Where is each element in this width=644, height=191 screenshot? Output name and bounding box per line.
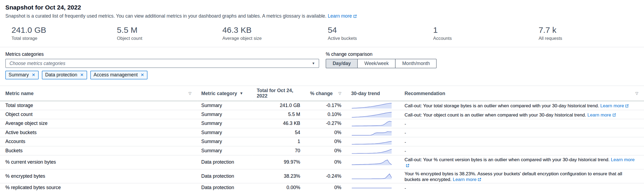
metric-category-cell: Summary (197, 137, 253, 146)
metric-name-cell: Buckets (0, 146, 197, 155)
metric-name-cell: % replicated bytes source (0, 183, 197, 191)
metric-change-cell: -0.27% (306, 119, 347, 128)
recommendation-cell: Call-out: Your object count is an outlie… (400, 110, 644, 119)
recommendation-text: - (405, 148, 406, 153)
token-label: Data protection (45, 72, 77, 78)
comparison-segmented-control: Day/dayWeek/weekMonth/month (326, 59, 437, 68)
metric-total-cell: 0.00% (252, 183, 306, 191)
recommendation-text: - (405, 185, 406, 190)
metrics-table: Metric name ▽ Metric category ▼ Total fo… (0, 86, 644, 191)
recommendation-learn-more-link[interactable]: Learn more (453, 177, 481, 182)
metrics-categories-select[interactable]: Choose metrics categories ▼ (5, 59, 319, 68)
filter-bar: Metrics categories Choose metrics catego… (0, 47, 644, 79)
table-header-row: Metric name ▽ Metric category ▼ Total fo… (0, 86, 644, 101)
metric-name-cell: Accounts (0, 137, 197, 146)
external-link-icon (406, 163, 410, 167)
table-row: BucketsSummary700%- (0, 146, 644, 155)
metric-name-cell: Active buckets (0, 128, 197, 137)
metric-category-cell: Summary (197, 110, 253, 119)
trend-sparkline (351, 147, 392, 154)
trend-cell (347, 101, 400, 110)
recommendation-learn-more-link[interactable]: Learn more (600, 103, 629, 108)
recommendation-text: Call-out: Your total storage bytes is an… (405, 103, 599, 108)
stat-all-requests: 7.7 kAll requests (538, 25, 644, 41)
recommendation-learn-more-link[interactable]: Learn more (587, 112, 616, 117)
table-row: % replicated bytes sourceData protection… (0, 183, 644, 191)
sort-descending-icon[interactable]: ▼ (239, 91, 243, 96)
filter-icon[interactable]: ▽ (339, 91, 341, 96)
trend-sparkline (351, 138, 392, 145)
token-remove-icon[interactable]: ✕ (80, 72, 84, 78)
metric-category-cell: Summary (197, 119, 253, 128)
table-row: Object countSummary5.5 M0.10%Call-out: Y… (0, 110, 644, 119)
metric-category-cell: Summary (197, 101, 253, 110)
trend-cell (347, 155, 400, 169)
column-header-change[interactable]: % change (310, 91, 333, 96)
metric-total-cell: 46.3 KB (252, 119, 306, 128)
change-comparison-label: % change comparison (326, 51, 437, 57)
metric-change-cell: 0% (306, 146, 347, 155)
change-comparison: % change comparison Day/dayWeek/weekMont… (326, 51, 437, 68)
token-label: Access management (94, 72, 138, 78)
token-remove-icon[interactable]: ✕ (32, 72, 35, 78)
table-row: % encrypted bytesData protection38.23%-0… (0, 169, 644, 183)
stat-label: Accounts (433, 36, 539, 41)
metric-category-cell: Data protection (197, 183, 253, 191)
column-header-recommendation[interactable]: Recommendation (405, 91, 445, 96)
trend-sparkline (351, 129, 392, 136)
table-row: % current version bytesData protection99… (0, 155, 644, 169)
external-link-icon (353, 14, 357, 18)
metric-name-cell: Average object size (0, 119, 197, 128)
metric-name-cell: Total storage (0, 101, 197, 110)
trend-sparkline (351, 102, 392, 109)
filter-tokens: Summary✕Data protection✕Access managemen… (5, 71, 319, 79)
recommendation-text: - (405, 130, 406, 135)
filter-icon[interactable]: ▽ (635, 91, 638, 96)
recommendation-cell: - (400, 119, 644, 128)
stats-row: 241.0 GBTotal storage5.5 MObject count46… (0, 19, 644, 47)
recommendation-cell: - (400, 137, 644, 146)
recommendation-cell: Call-out: Your % current version bytes i… (400, 155, 644, 169)
metric-total-cell: 54 (252, 128, 306, 137)
token-label: Summary (9, 72, 29, 78)
trend-cell (347, 128, 400, 137)
trend-sparkline (351, 173, 392, 179)
table-row: Average object sizeSummary46.3 KB-0.27%- (0, 119, 644, 128)
stat-value: 1 (433, 25, 539, 35)
metric-category-cell: Data protection (197, 155, 253, 169)
stat-value: 46.3 KB (222, 25, 328, 35)
recommendation-cell: - (400, 128, 644, 137)
recommendation-text: Call-out: Your % current version bytes i… (405, 157, 610, 162)
table-row: AccountsSummary10%- (0, 137, 644, 146)
stat-accounts: 1Accounts (433, 25, 539, 41)
metric-total-cell: 99.97% (252, 155, 306, 169)
metric-total-cell: 241.0 GB (252, 101, 306, 110)
trend-cell (347, 110, 400, 119)
page-description-text: Snapshot is a curated list of frequently… (5, 14, 327, 18)
comparison-option-week-week[interactable]: Week/week (357, 59, 396, 68)
chevron-down-icon: ▼ (312, 61, 315, 65)
comparison-option-day-day[interactable]: Day/day (326, 59, 358, 68)
header-learn-more-link[interactable]: Learn more (328, 14, 357, 18)
metric-total-cell: 70 (252, 146, 306, 155)
stat-total-storage: 241.0 GBTotal storage (11, 25, 117, 41)
column-header-metric-category[interactable]: Metric category (201, 91, 237, 96)
metric-name-cell: % current version bytes (0, 155, 197, 169)
comparison-option-month-month[interactable]: Month/month (395, 59, 437, 68)
token-remove-icon[interactable]: ✕ (140, 72, 144, 78)
column-header-total[interactable]: Total for Oct 24, 2022 (257, 88, 293, 99)
metric-change-cell: 0% (306, 183, 347, 191)
column-header-metric-name[interactable]: Metric name (5, 91, 34, 96)
storage-lens-snapshot-page: Snapshot for Oct 24, 2022 Snapshot is a … (0, 0, 644, 191)
recommendation-text: - (405, 139, 406, 144)
trend-cell (347, 137, 400, 146)
stat-active-buckets: 54Active buckets (328, 25, 433, 41)
metrics-table-body: Total storageSummary241.0 GB-0.17%Call-o… (0, 101, 644, 191)
page-header: Snapshot for Oct 24, 2022 Snapshot is a … (0, 0, 644, 19)
stat-average-object-size: 46.3 KBAverage object size (222, 25, 328, 41)
external-link-icon (612, 113, 616, 117)
stat-value: 241.0 GB (11, 25, 117, 35)
stat-label: All requests (538, 36, 644, 41)
filter-icon[interactable]: ▽ (189, 91, 192, 96)
recommendation-cell: Your % encrypted bytes is 38.23%. Assess… (400, 169, 644, 183)
